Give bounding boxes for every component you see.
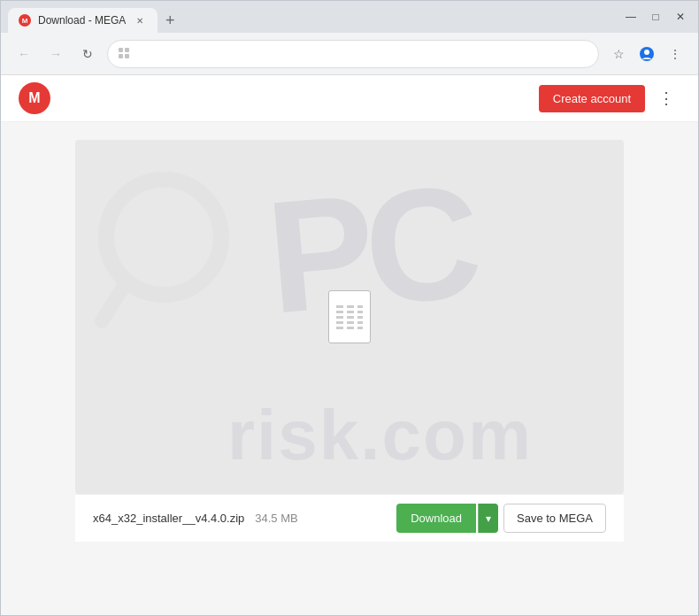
menu-button[interactable]: ⋮ xyxy=(663,42,687,66)
archive-line-1 xyxy=(336,305,363,308)
svg-rect-3 xyxy=(125,54,129,58)
archive-line-5 xyxy=(336,327,363,329)
svg-point-6 xyxy=(106,180,221,295)
address-bar: ← → ↻ ☆ xyxy=(1,33,698,75)
archive-line-2 xyxy=(336,311,363,313)
risk-watermark: risk.com xyxy=(227,395,533,476)
close-button[interactable]: ✕ xyxy=(670,6,691,27)
download-button[interactable]: Download xyxy=(396,504,476,533)
svg-point-5 xyxy=(644,50,649,55)
file-name: x64_x32_installer__v4.4.0.zip xyxy=(93,512,244,525)
magnify-watermark xyxy=(93,166,234,347)
mega-logo[interactable]: M xyxy=(19,82,50,114)
svg-rect-2 xyxy=(119,54,123,58)
download-dropdown-button[interactable]: ▾ xyxy=(478,504,498,533)
svg-line-7 xyxy=(102,286,124,321)
save-to-mega-button[interactable]: Save to MEGA xyxy=(503,504,606,533)
refresh-button[interactable]: ↻ xyxy=(75,42,100,66)
tab-close-button[interactable]: ✕ xyxy=(133,13,147,27)
page-content: M Create account ⋮ xyxy=(1,75,698,615)
svg-rect-0 xyxy=(119,48,123,52)
title-bar-controls: — □ ✕ xyxy=(620,6,691,27)
minimize-button[interactable]: — xyxy=(620,6,641,27)
title-bar: M Download - MEGA ✕ + — □ ✕ xyxy=(1,1,698,33)
maximize-button[interactable]: □ xyxy=(645,6,666,27)
active-tab[interactable]: M Download - MEGA ✕ xyxy=(8,8,157,33)
create-account-button[interactable]: Create account xyxy=(539,85,645,112)
bottom-bar-actions: Download ▾ Save to MEGA xyxy=(396,504,606,533)
back-button[interactable]: ← xyxy=(12,42,36,66)
address-bar-actions: ☆ ⋮ xyxy=(606,42,687,66)
profile-button[interactable] xyxy=(634,42,659,66)
file-icon xyxy=(328,290,371,343)
archive-line-3 xyxy=(336,316,363,319)
bookmark-button[interactable]: ☆ xyxy=(606,42,631,66)
url-text xyxy=(119,47,588,61)
file-preview-container: PC risk.com xyxy=(75,140,624,494)
more-options-button[interactable]: ⋮ xyxy=(652,84,680,112)
main-area: PC risk.com xyxy=(1,122,698,615)
new-tab-button[interactable]: + xyxy=(157,8,182,33)
mega-header: M Create account ⋮ xyxy=(1,75,698,122)
url-bar[interactable] xyxy=(107,40,599,68)
tab-title: Download - MEGA xyxy=(38,14,126,27)
browser-window: M Download - MEGA ✕ + — □ ✕ ← → ↻ xyxy=(0,0,699,616)
file-size: 34.5 MB xyxy=(255,512,297,525)
svg-rect-1 xyxy=(125,48,129,52)
forward-button[interactable]: → xyxy=(43,42,68,66)
bottom-bar: x64_x32_installer__v4.4.0.zip 34.5 MB Do… xyxy=(75,494,624,542)
tab-bar: M Download - MEGA ✕ + xyxy=(8,1,617,33)
header-actions: Create account ⋮ xyxy=(539,84,680,112)
tab-favicon: M xyxy=(19,14,31,27)
archive-line-4 xyxy=(336,321,363,324)
archive-lines xyxy=(333,302,366,333)
